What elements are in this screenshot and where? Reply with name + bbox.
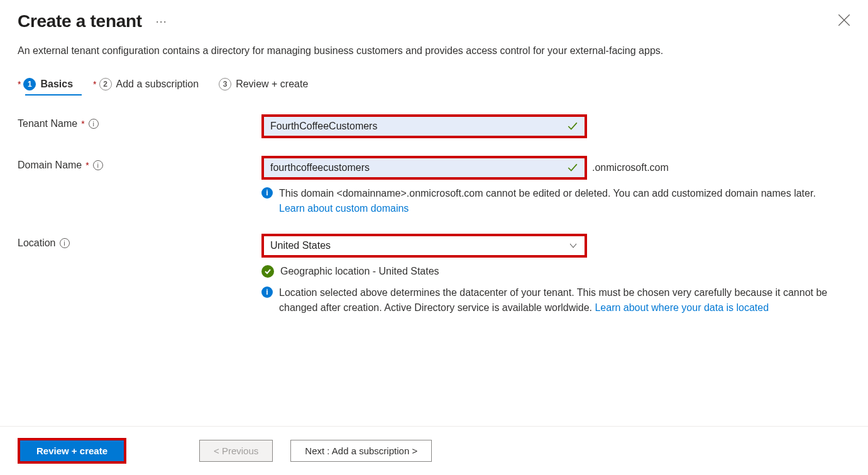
step-number-icon: 3 <box>219 78 231 90</box>
required-asterisk: * <box>85 160 89 170</box>
review-create-button[interactable]: Review + create <box>18 438 126 464</box>
learn-custom-domains-link[interactable]: Learn about custom domains <box>279 203 409 214</box>
location-select[interactable]: United States <box>261 234 587 258</box>
page-title: Create a tenant <box>18 11 142 31</box>
learn-data-location-link[interactable]: Learn about where your data is located <box>595 302 769 313</box>
domain-name-label: Domain Name <box>18 160 82 171</box>
close-icon[interactable] <box>838 14 850 26</box>
info-icon[interactable]: i <box>60 238 70 248</box>
geo-location-text: Geographic location - United States <box>280 264 840 279</box>
tenant-name-input[interactable] <box>270 121 567 132</box>
checkmark-icon <box>567 162 578 173</box>
info-icon[interactable]: i <box>89 119 99 129</box>
active-tab-underline <box>25 94 82 96</box>
required-asterisk: * <box>81 119 84 129</box>
domain-info-body: This domain <domainname>.onmicrosoft.com… <box>279 188 816 199</box>
tab-add-subscription[interactable]: * 2 Add a subscription <box>93 78 199 96</box>
required-asterisk: * <box>93 79 96 89</box>
domain-suffix: .onmicrosoft.com <box>592 162 669 173</box>
info-icon[interactable]: i <box>93 160 103 170</box>
page-description: An external tenant configuration contain… <box>0 36 868 57</box>
step-number-icon: 1 <box>23 78 36 90</box>
location-label: Location <box>18 237 56 249</box>
tab-label: Add a subscription <box>116 79 199 90</box>
tab-label: Basics <box>40 79 73 90</box>
tenant-name-input-wrap <box>261 114 587 138</box>
info-icon: i <box>261 287 273 298</box>
domain-info-text: This domain <domainname>.onmicrosoft.com… <box>279 186 840 216</box>
tenant-name-label: Tenant Name <box>18 118 77 129</box>
next-button[interactable]: Next : Add a subscription > <box>290 440 432 462</box>
location-value: United States <box>270 240 568 251</box>
tab-review-create[interactable]: 3 Review + create <box>219 78 308 96</box>
more-icon[interactable]: ··· <box>156 15 167 28</box>
info-icon: i <box>261 187 273 199</box>
location-info-text: Location selected above determines the d… <box>279 285 840 315</box>
required-asterisk: * <box>18 79 21 89</box>
step-number-icon: 2 <box>99 78 112 90</box>
checkmark-icon <box>567 121 578 132</box>
tab-label: Review + create <box>236 79 308 90</box>
previous-button: < Previous <box>199 440 273 462</box>
tab-basics[interactable]: * 1 Basics <box>18 78 73 96</box>
domain-name-input[interactable] <box>270 162 567 173</box>
chevron-down-icon <box>568 241 578 251</box>
check-circle-icon <box>261 265 274 278</box>
domain-name-input-wrap <box>261 156 587 180</box>
wizard-tabs: * 1 Basics * 2 Add a subscription 3 Revi… <box>0 57 868 96</box>
